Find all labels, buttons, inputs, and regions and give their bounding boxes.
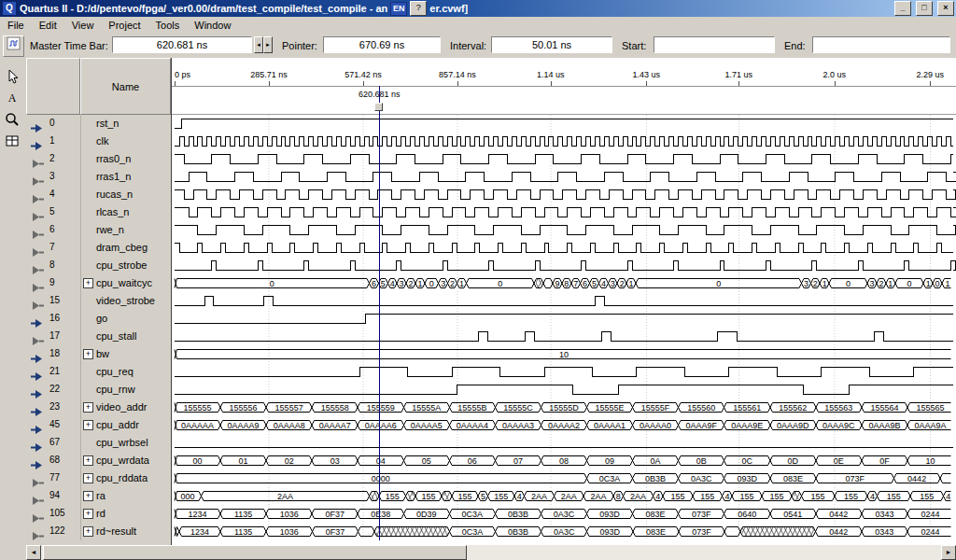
expand-icon[interactable]: +: [83, 473, 93, 483]
signal-row-video_strobe[interactable]: 15video_strobe: [26, 292, 171, 310]
expand-icon[interactable]: +: [83, 420, 93, 430]
signal-row-rlcas_n[interactable]: 5rlcas_n: [26, 203, 171, 221]
svg-text:0D: 0D: [788, 456, 799, 466]
maximize-button[interactable]: □: [916, 1, 933, 16]
signal-name: rd~result: [96, 525, 136, 537]
svg-text:0: 0: [270, 279, 274, 288]
expand-icon[interactable]: +: [83, 402, 93, 413]
svg-text:1036: 1036: [280, 510, 299, 519]
scroll-left-button[interactable]: ◄: [26, 545, 41, 560]
expand-icon[interactable]: +: [83, 349, 93, 359]
menu-item-file[interactable]: File: [0, 18, 32, 33]
scrollbar-thumb[interactable]: [43, 545, 467, 560]
signal-row-rras1_n[interactable]: 3rras1_n: [26, 168, 171, 186]
expand-icon[interactable]: +: [83, 491, 93, 501]
svg-text:5: 5: [592, 279, 597, 288]
signal-number: 6: [49, 224, 55, 234]
end-field: [812, 36, 950, 53]
signal-name: go: [96, 313, 107, 324]
signal-number: 21: [49, 366, 60, 376]
expand-icon[interactable]: +: [83, 526, 93, 537]
svg-text:155: 155: [700, 492, 714, 501]
signal-name: cpu_req: [96, 366, 134, 377]
menu-item-window[interactable]: Window: [187, 18, 238, 33]
magnifier-icon: [5, 112, 20, 127]
signal-row-go[interactable]: 16go: [26, 310, 171, 328]
signal-row-cpu_wrdata[interactable]: 68+cpu_wrdata: [26, 452, 171, 469]
signal-row-cpu_req[interactable]: 21cpu_req: [26, 363, 171, 381]
language-indicator[interactable]: EN: [390, 2, 407, 16]
svg-text:0AAA9E: 0AAA9E: [731, 421, 763, 430]
svg-text:0AAA9A: 0AAA9A: [914, 421, 946, 430]
signal-number: 77: [49, 472, 60, 483]
svg-text:0AAAA6: 0AAAA6: [365, 421, 397, 430]
close-button[interactable]: ×: [937, 1, 954, 16]
svg-text:155557: 155557: [275, 403, 303, 413]
interval-field: 50.01 ns: [491, 36, 612, 53]
svg-text:02: 02: [285, 456, 294, 466]
master-time-handle[interactable]: [374, 103, 383, 111]
svg-text:0C3A: 0C3A: [599, 474, 621, 483]
interval-label: Interval:: [450, 40, 486, 51]
waveform-editor-button[interactable]: [3, 35, 24, 57]
signal-name: video_strobe: [96, 295, 155, 306]
signal-row-cpu_strobe[interactable]: 8cpu_strobe: [26, 257, 171, 274]
signal-row-cpu_stall[interactable]: 17cpu_stall: [26, 328, 171, 345]
signal-row-rras0_n[interactable]: 2rras0_n: [26, 150, 171, 168]
signal-row-cpu_wrbsel[interactable]: 67cpu_wrbsel: [26, 434, 171, 452]
svg-text:0A3C: 0A3C: [691, 474, 712, 483]
signal-name: rras1_n: [96, 171, 131, 182]
svg-text:15555E: 15555E: [596, 403, 625, 413]
menu-item-edit[interactable]: Edit: [32, 18, 64, 33]
svg-text:4: 4: [724, 492, 729, 501]
signal-row-cpu_addr[interactable]: 45+cpu_addr: [26, 416, 171, 434]
text-tool-button[interactable]: A: [2, 88, 22, 108]
svg-text:0000: 0000: [372, 474, 390, 483]
signal-row-video_addr[interactable]: 23+video_addr: [26, 399, 171, 416]
signal-row-rwe_n[interactable]: 6rwe_n: [26, 221, 171, 239]
expand-icon[interactable]: +: [83, 509, 93, 519]
svg-text:2AA: 2AA: [531, 492, 547, 501]
zoom-tool-button[interactable]: [2, 109, 22, 130]
signal-row-bw[interactable]: 18+bw: [26, 345, 171, 363]
cursor-arrow-icon: [5, 69, 20, 84]
svg-text:09: 09: [605, 456, 614, 466]
waveform-canvas[interactable]: 0654321032109876543210321032101011015555…: [172, 115, 956, 545]
signal-row-clk[interactable]: 1clk: [26, 133, 171, 150]
signal-row-cpu_waitcyc[interactable]: 9+cpu_waitcyc: [26, 274, 171, 292]
svg-text:0AAAA0: 0AAAA0: [640, 421, 671, 430]
master-time-field[interactable]: 620.681 ns: [112, 36, 252, 53]
svg-text:2: 2: [879, 279, 883, 288]
pointer-label: Pointer:: [282, 40, 317, 51]
svg-text:0AAAA5: 0AAAA5: [411, 421, 443, 430]
help-button[interactable]: ?: [410, 1, 427, 16]
view-tool-button[interactable]: [2, 131, 22, 151]
signal-row-ra[interactable]: 94+ra: [26, 487, 171, 505]
app-icon: Q: [2, 1, 17, 16]
minimize-button[interactable]: _: [894, 1, 911, 16]
signal-row-cpu_rddata[interactable]: 77+cpu_rddata: [26, 469, 171, 487]
signal-row-rst_n[interactable]: 0rst_n: [26, 115, 171, 133]
signal-row-rucas_n[interactable]: 4rucas_n: [26, 186, 171, 203]
menu-item-tools[interactable]: Tools: [148, 18, 188, 33]
expand-icon[interactable]: +: [83, 278, 93, 288]
signal-row-rd[interactable]: 105+rd: [26, 505, 171, 523]
spin-left-button[interactable]: ◄: [254, 36, 263, 53]
svg-text:1: 1: [888, 279, 893, 288]
svg-text:2: 2: [813, 279, 818, 288]
signal-number: 5: [49, 206, 55, 217]
spin-right-button[interactable]: ►: [263, 36, 273, 53]
window-title: Quartus II - D:/d/pentevo/fpga/_ver0.00/…: [20, 3, 387, 14]
signal-row-rd~result[interactable]: 122+rd~result: [26, 523, 171, 540]
svg-text:4: 4: [655, 492, 660, 501]
svg-text:1: 1: [459, 279, 464, 288]
svg-text:4: 4: [946, 492, 950, 501]
scroll-right-button[interactable]: ►: [941, 545, 956, 560]
signal-row-cpu_rnw[interactable]: 22cpu_rnw: [26, 381, 171, 399]
menu-item-view[interactable]: View: [64, 18, 102, 33]
expand-icon[interactable]: +: [83, 455, 93, 466]
horizontal-scrollbar[interactable]: ◄ ►: [0, 545, 956, 560]
menu-item-project[interactable]: Project: [101, 18, 148, 33]
signal-row-dram_cbeg[interactable]: 7dram_cbeg: [26, 239, 171, 257]
selection-tool-button[interactable]: [2, 66, 22, 87]
